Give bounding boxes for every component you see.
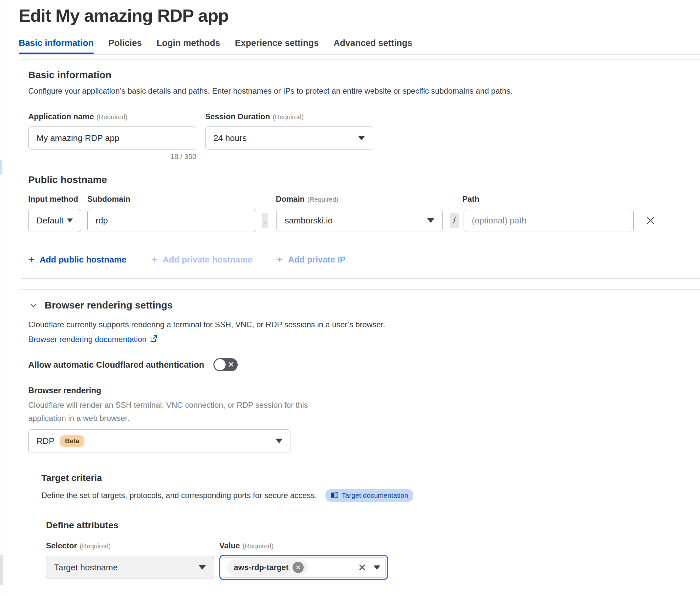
book-icon (331, 492, 338, 499)
plus-icon: + (151, 254, 158, 266)
remove-tag-button[interactable] (292, 562, 304, 573)
chevron-down-icon (67, 219, 73, 222)
beta-badge: Beta (60, 435, 84, 447)
application-name-input[interactable] (28, 126, 196, 149)
tab-basic-information[interactable]: Basic information (19, 38, 94, 54)
toggle-off-x-icon (228, 361, 235, 369)
browser-rendering-documentation-link[interactable]: Browser rendering documentation (28, 334, 158, 344)
chevron-down-icon (358, 136, 365, 140)
content-left-divider (3, 0, 3, 596)
toggle-knob (214, 359, 226, 370)
chevron-down-icon (28, 300, 39, 311)
chevron-down-icon (427, 218, 434, 223)
external-link-icon (150, 334, 158, 344)
selector-value: Target hostname (54, 563, 118, 573)
basic-information-description: Configure your application’s basic detai… (28, 85, 698, 97)
plus-icon: + (277, 254, 283, 266)
character-counter: 18 / 350 (28, 152, 196, 161)
tab-advanced-settings[interactable]: Advanced settings (334, 38, 412, 54)
collapse-section-button[interactable] (28, 300, 39, 311)
browser-rendering-value: RDP (36, 436, 54, 446)
left-rail-highlight (0, 160, 2, 174)
domain-label: Domain(Required) (276, 195, 462, 204)
input-method-select[interactable]: Default (28, 209, 81, 232)
target-documentation-badge[interactable]: Target documentation (326, 489, 413, 502)
path-label: Path (462, 195, 479, 204)
selector-label: Selector(Required) (46, 541, 219, 550)
value-tag: aws-rdp-target (227, 559, 308, 576)
target-criteria-heading: Target criteria (42, 473, 698, 483)
add-private-ip-button[interactable]: + Add private IP (277, 254, 346, 266)
value-multiselect[interactable]: aws-rdp-target (219, 555, 388, 580)
input-method-label: Input method (28, 195, 87, 204)
tab-login-methods[interactable]: Login methods (157, 38, 220, 54)
domain-required: (Required) (307, 196, 338, 203)
add-private-hostname-button[interactable]: + Add private hostname (151, 254, 253, 266)
browser-rendering-card: Browser rendering settings Cloudflare cu… (19, 290, 700, 596)
define-attributes-heading: Define attributes (46, 520, 698, 530)
browser-rendering-description: Cloudflare will render an SSH terminal, … (28, 399, 317, 425)
scrollbar-thumb[interactable] (0, 555, 3, 585)
selector-select[interactable]: Target hostname (46, 556, 214, 579)
input-method-value: Default (36, 216, 63, 226)
tab-bar: Basic information Policies Login methods… (19, 38, 700, 54)
browser-rendering-select[interactable]: RDP Beta (28, 429, 291, 452)
add-public-hostname-button[interactable]: + Add public hostname (28, 254, 126, 266)
value-required: (Required) (243, 542, 274, 550)
browser-rendering-settings-heading: Browser rendering settings (45, 300, 173, 311)
browser-rendering-label: Browser rendering (28, 386, 698, 395)
close-icon (295, 565, 301, 570)
browser-rendering-settings-description: Cloudflare currently supports rendering … (28, 319, 698, 330)
basic-information-card: Basic information Configure your applica… (19, 59, 700, 279)
basic-information-heading: Basic information (28, 69, 698, 80)
close-icon (358, 563, 366, 572)
domain-select[interactable]: samborski.io (277, 209, 443, 232)
page-title: Edit My amazing RDP app (19, 0, 700, 26)
session-duration-required: (Required) (273, 113, 303, 121)
value-label: Value(Required) (219, 541, 274, 550)
subdomain-input[interactable] (87, 209, 256, 232)
target-criteria-description: Define the set of targets, protocols, an… (42, 490, 317, 501)
chevron-down-icon (276, 439, 283, 443)
session-duration-label: Session Duration(Required) (205, 112, 373, 121)
chevron-down-icon (199, 565, 206, 570)
allow-cloudflared-auth-toggle[interactable] (213, 358, 238, 371)
tab-experience-settings[interactable]: Experience settings (235, 38, 319, 54)
application-name-required: (Required) (97, 113, 127, 121)
chevron-down-icon (374, 566, 380, 570)
remove-hostname-button[interactable] (646, 216, 655, 225)
plus-icon: + (28, 254, 34, 266)
value-tag-text: aws-rdp-target (234, 563, 289, 572)
clear-values-button[interactable] (358, 563, 366, 572)
public-hostname-heading: Public hostname (28, 174, 698, 185)
dot-separator: . (262, 213, 268, 228)
domain-value: samborski.io (285, 216, 333, 226)
allow-cloudflared-auth-label: Allow automatic Cloudflared authenticati… (28, 360, 204, 370)
tab-policies[interactable]: Policies (108, 38, 142, 54)
session-duration-value: 24 hours (213, 133, 247, 143)
slash-separator: / (450, 213, 459, 228)
main-content: Edit My amazing RDP app Basic informatio… (19, 0, 700, 596)
session-duration-select[interactable]: 24 hours (205, 126, 373, 149)
selector-required: (Required) (80, 542, 111, 550)
close-icon (646, 216, 655, 225)
subdomain-label: Subdomain (87, 195, 276, 204)
application-name-label: Application name(Required) (28, 112, 196, 121)
path-input[interactable] (464, 209, 634, 232)
